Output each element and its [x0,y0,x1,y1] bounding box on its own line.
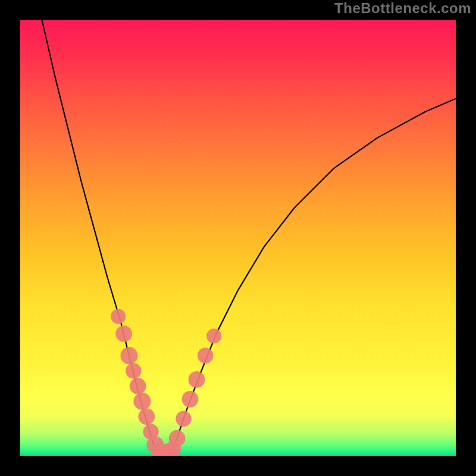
svg-point-14 [176,411,191,427]
svg-point-16 [189,371,205,388]
data-markers [111,309,221,456]
svg-point-6 [138,408,155,425]
watermark-text: TheBottleneck.com [334,0,471,17]
chart-container: TheBottleneck.com [0,0,476,476]
curve-layer [20,20,456,456]
svg-point-18 [206,328,221,343]
svg-point-3 [126,363,141,378]
svg-point-1 [115,325,132,342]
svg-point-2 [120,347,137,364]
svg-point-17 [198,347,213,363]
svg-point-15 [182,391,199,408]
svg-point-4 [130,378,146,394]
svg-point-13 [169,430,186,447]
plot-area [20,20,456,456]
svg-point-0 [111,309,126,324]
bottleneck-curve [42,20,456,453]
svg-point-5 [133,393,151,410]
